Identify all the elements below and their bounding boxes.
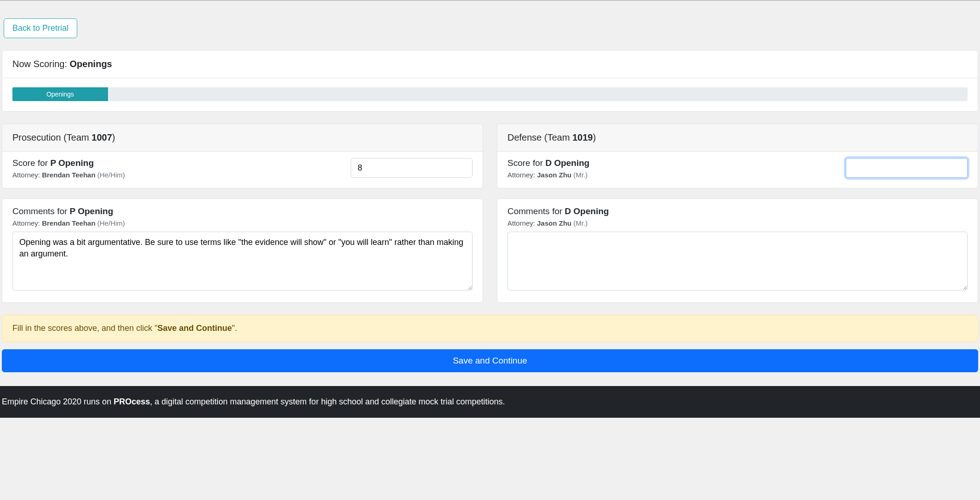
now-scoring-header: Now Scoring: Openings <box>2 51 978 78</box>
defense-attorney-label: Attorney: <box>507 171 537 179</box>
prosecution-header-prefix: Prosecution (Team <box>12 132 91 142</box>
progress-wrap: Openings <box>2 78 978 111</box>
footer-text-before: Empire Chicago 2020 runs on <box>2 397 114 406</box>
defense-comments-title: Comments for D Opening <box>507 206 968 216</box>
defense-header-suffix: ) <box>593 132 596 142</box>
footer-text-bold: PROcess <box>114 397 150 406</box>
footer-text-after: , a digital competition management syste… <box>150 397 505 406</box>
prosecution-comments-panel: Comments for P Opening Attorney: Brendan… <box>2 199 483 303</box>
back-to-pretrial-button[interactable]: Back to Pretrial <box>4 18 77 38</box>
defense-comments-prefix: Comments for <box>507 206 565 216</box>
progress-bar: Openings <box>12 87 968 101</box>
prosecution-comments-attorney-pronouns: (He/Him) <box>96 219 125 227</box>
prosecution-attorney-label: Attorney: <box>12 171 42 179</box>
prosecution-attorney-line: Attorney: Brendan Teehan (He/Him) <box>12 171 332 179</box>
defense-attorney-pronouns: (Mr.) <box>571 171 587 179</box>
prosecution-comments-title: Comments for P Opening <box>12 206 473 216</box>
prosecution-comments-prefix: Comments for <box>12 206 70 216</box>
defense-comments-attorney-label: Attorney: <box>507 219 537 227</box>
defense-comments-bold: D Opening <box>565 206 609 216</box>
prosecution-comments-textarea[interactable] <box>12 232 473 290</box>
save-and-continue-button[interactable]: Save and Continue <box>2 349 978 372</box>
prosecution-score-prefix: Score for <box>12 158 50 168</box>
defense-team-number: 1019 <box>572 132 593 142</box>
defense-attorney-name: Jason Zhu <box>537 171 571 179</box>
prosecution-team-number: 1007 <box>91 132 112 142</box>
defense-header-prefix: Defense (Team <box>507 132 572 142</box>
prosecution-header-suffix: ) <box>112 132 115 142</box>
prosecution-score-input[interactable] <box>351 158 473 178</box>
instruction-alert: Fill in the scores above, and then click… <box>2 315 978 342</box>
defense-attorney-line: Attorney: Jason Zhu (Mr.) <box>507 171 827 179</box>
defense-comments-attorney-line: Attorney: Jason Zhu (Mr.) <box>507 219 968 227</box>
prosecution-score-title: Score for P Opening <box>12 158 332 168</box>
now-scoring-section: Openings <box>70 59 112 69</box>
prosecution-header: Prosecution (Team 1007) <box>2 124 483 152</box>
prosecution-attorney-pronouns: (He/Him) <box>96 171 125 179</box>
prosecution-comments-attorney-label: Attorney: <box>12 219 42 227</box>
defense-comments-attorney-name: Jason Zhu <box>537 219 571 227</box>
prosecution-comments-attorney-name: Brendan Teehan <box>42 219 95 227</box>
defense-comments-textarea[interactable] <box>507 232 968 290</box>
defense-comments-attorney-pronouns: (Mr.) <box>571 219 587 227</box>
page-footer: Empire Chicago 2020 runs on PROcess, a d… <box>0 386 980 418</box>
prosecution-comments-bold: P Opening <box>70 206 114 216</box>
alert-text-after: ". <box>232 324 237 333</box>
defense-score-input[interactable] <box>846 158 968 178</box>
now-scoring-prefix: Now Scoring: <box>12 59 70 69</box>
prosecution-attorney-name: Brendan Teehan <box>42 171 95 179</box>
defense-score-panel: Defense (Team 1019) Score for D Opening … <box>497 124 978 188</box>
defense-header: Defense (Team 1019) <box>497 124 978 152</box>
prosecution-comments-attorney-line: Attorney: Brendan Teehan (He/Him) <box>12 219 473 227</box>
alert-text-bold: Save and Continue <box>158 324 232 333</box>
prosecution-score-panel: Prosecution (Team 1007) Score for P Open… <box>2 124 483 188</box>
defense-score-title: Score for D Opening <box>507 158 827 168</box>
alert-text-before: Fill in the scores above, and then click… <box>12 324 158 333</box>
now-scoring-card: Now Scoring: Openings Openings <box>2 50 978 112</box>
defense-comments-panel: Comments for D Opening Attorney: Jason Z… <box>497 199 978 303</box>
defense-score-prefix: Score for <box>507 158 545 168</box>
progress-segment-openings: Openings <box>12 87 108 101</box>
defense-score-bold: D Opening <box>545 158 589 168</box>
prosecution-score-bold: P Opening <box>50 158 94 168</box>
